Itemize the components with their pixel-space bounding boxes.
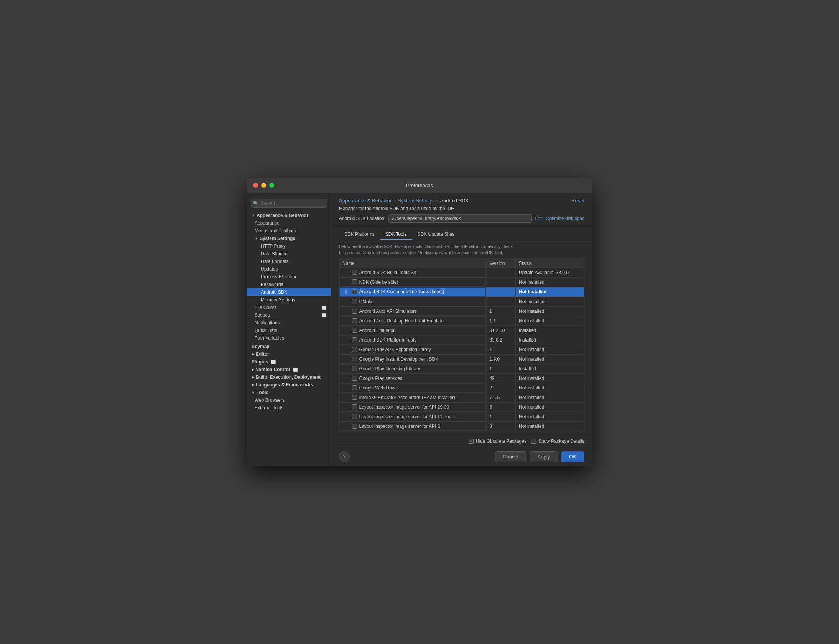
breadcrumb-part-2[interactable]: System Settings bbox=[398, 198, 434, 204]
tab-sdk-platforms[interactable]: SDK Platforms bbox=[339, 229, 380, 240]
sidebar-item-android-sdk[interactable]: Android SDK bbox=[247, 288, 331, 296]
sidebar-item-memory-settings[interactable]: Memory Settings bbox=[247, 296, 331, 304]
show-details-checkbox[interactable] bbox=[531, 439, 536, 444]
row-name: Google Play Licensing Library bbox=[359, 366, 420, 371]
table-row[interactable]: Google Play APK Expansion library1Not in… bbox=[339, 345, 584, 354]
row-checkbox[interactable] bbox=[352, 414, 357, 419]
row-checkbox[interactable] bbox=[352, 366, 357, 371]
table-row[interactable]: Layout Inspector image server for API 29… bbox=[339, 402, 584, 412]
table-row[interactable]: Android Emulator31.2.10Installed bbox=[339, 325, 584, 335]
sdk-description: Manager for the Android SDK and Tools us… bbox=[339, 206, 584, 211]
table-row[interactable]: NDK (Side by side)Not Installed bbox=[339, 277, 584, 287]
sidebar-item-data-sharing[interactable]: Data Sharing bbox=[247, 250, 331, 258]
table-row[interactable]: Android SDK Platform-Tools33.0.2Installe… bbox=[339, 335, 584, 345]
table-row[interactable]: Intel x86 Emulator Accelerator (HAXM ins… bbox=[339, 393, 584, 402]
optimize-link[interactable]: Optimize disk spac bbox=[546, 216, 584, 221]
sidebar-item-system-settings[interactable]: ▼ System Settings bbox=[247, 235, 331, 242]
reset-button[interactable]: Reset bbox=[571, 198, 584, 204]
tab-sdk-update-sites[interactable]: SDK Update Sites bbox=[412, 229, 460, 240]
row-checkbox[interactable] bbox=[352, 309, 357, 314]
search-input[interactable] bbox=[251, 199, 327, 208]
ok-button[interactable]: OK bbox=[561, 451, 584, 462]
traffic-lights bbox=[253, 183, 274, 188]
row-name: Android Auto API Simulators bbox=[359, 309, 417, 314]
sidebar-item-external-tools[interactable]: External Tools bbox=[247, 404, 331, 412]
row-checkbox[interactable] bbox=[352, 424, 357, 429]
breadcrumb-part-1[interactable]: Appearance & Behavior bbox=[339, 198, 392, 204]
row-checkbox[interactable] bbox=[352, 279, 357, 284]
row-status: Not installed bbox=[516, 354, 584, 364]
table-row[interactable]: ⬇Android SDK Command-line Tools (latest)… bbox=[339, 287, 584, 297]
sidebar-item-http-proxy[interactable]: HTTP Proxy bbox=[247, 242, 331, 250]
row-checkbox[interactable] bbox=[352, 270, 357, 275]
table-row[interactable]: Android Auto API Simulators1Not installe… bbox=[339, 306, 584, 316]
chevron-right-icon: ▶ bbox=[252, 383, 254, 387]
table-row[interactable]: Google Play Licensing Library1Installed bbox=[339, 364, 584, 373]
close-button[interactable] bbox=[253, 183, 258, 188]
sidebar-item-editor[interactable]: ▶ Editor bbox=[247, 350, 331, 358]
cancel-button[interactable]: Cancel bbox=[495, 451, 526, 462]
sidebar-item-quick-lists[interactable]: Quick Lists bbox=[247, 327, 331, 334]
sidebar-item-tools[interactable]: ▼ Tools bbox=[247, 389, 331, 396]
table-row[interactable]: Google Web Driver2Not installed bbox=[339, 383, 584, 393]
row-checkbox[interactable] bbox=[352, 404, 357, 409]
tab-sdk-tools[interactable]: SDK Tools bbox=[380, 229, 412, 240]
table-row[interactable]: Layout Inspector image server for API 31… bbox=[339, 412, 584, 421]
table-row[interactable]: Google Play services49Not installed bbox=[339, 373, 584, 383]
search-box[interactable]: 🔍 bbox=[251, 199, 327, 208]
sidebar-item-appearance-behavior[interactable]: ▼ Appearance & Behavior bbox=[247, 212, 331, 219]
sidebar-item-version-control[interactable]: ▶ Version Control ⬜ bbox=[247, 366, 331, 373]
maximize-button[interactable] bbox=[269, 183, 274, 188]
row-name: Layout Inspector image server for API S bbox=[359, 424, 441, 429]
row-version: 2 bbox=[486, 383, 516, 393]
row-checkbox[interactable] bbox=[352, 337, 357, 342]
col-header-status: Status bbox=[516, 259, 584, 268]
sidebar-item-keymap[interactable]: Keymap bbox=[247, 343, 331, 350]
row-status: Not Installed bbox=[516, 287, 584, 297]
help-button[interactable]: ? bbox=[339, 451, 350, 462]
row-checkbox[interactable] bbox=[352, 385, 357, 390]
show-details-option: Show Package Details bbox=[531, 439, 584, 444]
sidebar-item-languages-frameworks[interactable]: ▶ Languages & Frameworks bbox=[247, 381, 331, 389]
row-checkbox[interactable] bbox=[352, 289, 357, 294]
row-checkbox[interactable] bbox=[352, 356, 357, 361]
row-checkbox[interactable] bbox=[352, 376, 357, 381]
row-status: Update Available: 33.0.0 bbox=[516, 268, 584, 277]
sidebar-item-menus-toolbars[interactable]: Menus and Toolbars bbox=[247, 227, 331, 235]
edit-link[interactable]: Edit bbox=[535, 216, 543, 221]
row-version: 1 bbox=[486, 345, 516, 354]
sidebar-item-updates[interactable]: Updates bbox=[247, 265, 331, 273]
bottom-options: Hide Obsolete Packages Show Package Deta… bbox=[331, 435, 592, 447]
row-name: Android SDK Platform-Tools bbox=[359, 337, 416, 343]
row-status: Not installed bbox=[516, 383, 584, 393]
row-checkbox[interactable] bbox=[352, 395, 357, 400]
sidebar-item-passwords[interactable]: Passwords bbox=[247, 281, 331, 288]
table-row[interactable]: Android SDK Build-Tools 33Update Availab… bbox=[339, 268, 584, 277]
minimize-button[interactable] bbox=[261, 183, 266, 188]
row-checkbox[interactable] bbox=[352, 318, 357, 323]
sidebar-item-scopes[interactable]: Scopes ⬜ bbox=[247, 311, 331, 319]
sidebar-item-plugins[interactable]: Plugins ⬜ bbox=[247, 358, 331, 366]
table-row[interactable]: Google Play Instant Development SDK1.9.0… bbox=[339, 354, 584, 364]
table-row[interactable]: Android Auto Desktop Head Unit Emulator1… bbox=[339, 316, 584, 325]
chevron-down-icon: ▼ bbox=[255, 237, 258, 240]
sidebar-item-date-formats[interactable]: Date Formats bbox=[247, 258, 331, 265]
sidebar-item-web-browsers[interactable]: Web Browsers bbox=[247, 396, 331, 404]
table-row[interactable]: CMakeNot Installed bbox=[339, 297, 584, 306]
sidebar-item-path-variables[interactable]: Path Variables bbox=[247, 334, 331, 342]
row-checkbox[interactable] bbox=[352, 328, 357, 333]
sidebar-item-file-colors[interactable]: File Colors ⬜ bbox=[247, 304, 331, 311]
sidebar-item-build-execution[interactable]: ▶ Build, Execution, Deployment bbox=[247, 373, 331, 381]
table-row[interactable]: Layout Inspector image server for API S3… bbox=[339, 421, 584, 431]
row-checkbox[interactable] bbox=[352, 299, 357, 304]
row-status: Not Installed bbox=[516, 297, 584, 306]
sidebar-item-appearance[interactable]: Appearance bbox=[247, 219, 331, 227]
sidebar-item-process-elevation[interactable]: Process Elevation bbox=[247, 273, 331, 281]
row-status: Not installed bbox=[516, 306, 584, 316]
sdk-table: Name Version Status Android SDK Build-To… bbox=[339, 259, 584, 431]
sidebar-item-notifications[interactable]: Notifications bbox=[247, 319, 331, 327]
sdk-location-input[interactable] bbox=[388, 214, 531, 223]
hide-obsolete-checkbox[interactable] bbox=[469, 439, 474, 444]
row-checkbox[interactable] bbox=[352, 347, 357, 352]
apply-button[interactable]: Apply bbox=[530, 451, 558, 462]
